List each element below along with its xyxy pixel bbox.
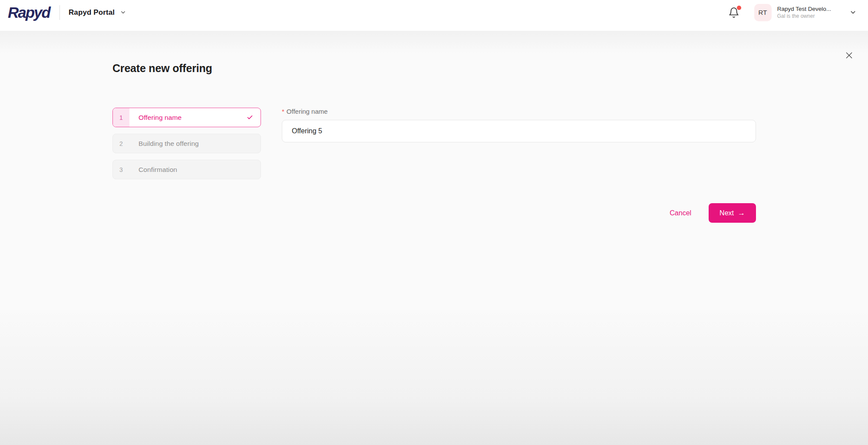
notifications-button[interactable] <box>728 7 739 18</box>
account-menu[interactable]: RT Rapyd Test Develo... Gal is the owner <box>754 4 857 21</box>
check-icon <box>247 114 253 121</box>
topbar-right: RT Rapyd Test Develo... Gal is the owner <box>728 4 857 21</box>
next-button[interactable]: Next → <box>709 203 756 223</box>
step-confirmation[interactable]: 3 Confirmation <box>112 160 261 179</box>
next-button-label: Next <box>719 209 734 217</box>
create-offering-modal: Create new offering 1 Offering name 2 Bu… <box>0 31 868 445</box>
chevron-down-icon <box>849 9 857 16</box>
page-title: Create new offering <box>112 62 212 75</box>
step-label: Confirmation <box>139 166 177 174</box>
close-icon <box>845 51 854 60</box>
arrow-right-icon: → <box>738 209 745 217</box>
rapyd-logo[interactable]: Rapyd <box>8 5 52 20</box>
step-offering-name[interactable]: 1 Offering name <box>112 108 261 127</box>
topbar-divider <box>59 5 60 20</box>
portal-switcher[interactable]: Rapyd Portal <box>69 8 126 17</box>
offering-name-input[interactable] <box>282 120 756 142</box>
step-number: 2 <box>113 134 129 153</box>
step-number: 1 <box>113 108 129 127</box>
offering-name-label: * Offering name <box>282 108 756 115</box>
step-number: 3 <box>113 160 129 179</box>
close-button[interactable] <box>843 49 855 62</box>
step-building-the-offering[interactable]: 2 Building the offering <box>112 134 261 153</box>
step-label: Offering name <box>139 114 182 122</box>
account-meta: Rapyd Test Develo... Gal is the owner <box>777 6 831 19</box>
portal-name: Rapyd Portal <box>69 8 115 17</box>
step-label: Building the offering <box>139 140 199 148</box>
offering-name-form: * Offering name Cancel Next → <box>282 108 756 223</box>
account-subtitle: Gal is the owner <box>777 13 831 19</box>
avatar: RT <box>754 4 772 21</box>
wizard-stepper: 1 Offering name 2 Building the offering … <box>112 108 261 179</box>
top-bar: Rapyd Rapyd Portal RT Rapyd Test Develo.… <box>0 0 868 31</box>
field-label-text: Offering name <box>287 108 328 115</box>
cancel-button[interactable]: Cancel <box>670 209 691 217</box>
required-marker: * <box>282 108 284 115</box>
notification-unread-dot <box>737 6 741 10</box>
wizard-actions: Cancel Next → <box>282 203 756 223</box>
chevron-down-icon <box>120 9 126 16</box>
account-name: Rapyd Test Develo... <box>777 6 831 12</box>
